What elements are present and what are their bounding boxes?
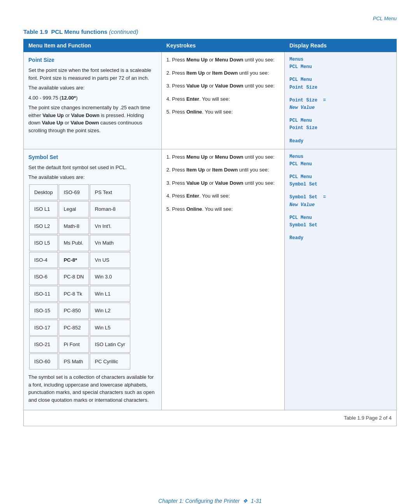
display-sym-1: MenusPCL Menu: [289, 153, 392, 168]
sym-cell: PC-8 DN: [59, 269, 89, 285]
sym-cell: ISO Latin Cyr: [90, 336, 130, 353]
sym-row-8: ISO-15 PC-850 Win L2: [29, 303, 130, 319]
display-sym-2: PCL MenuSymbol Set: [289, 173, 392, 188]
table-footer-row: Table 1.9 Page 2 of 4: [24, 410, 397, 426]
table-title: Table 1.9 PCL Menu functions (continued): [23, 28, 397, 35]
table-row: Point Size Set the point size when the f…: [24, 52, 397, 149]
ks-4: 4. Press Enter. You will see:: [166, 96, 230, 102]
table-subtitle: PCL Menu functions: [51, 28, 107, 35]
sym-row-3: ISO L2 Math-8 Vn Int'l.: [29, 218, 130, 234]
keys-col-point-size: 1. Press Menu Up or Menu Down until you …: [161, 52, 284, 149]
sym-row-7: ISO-11 PC-8 Tk Win L1: [29, 286, 130, 302]
footer-separator: ❖: [243, 498, 248, 504]
menu-col-symbol-set: Symbol Set Set the default font symbol s…: [24, 149, 162, 410]
menu-col-point-size: Point Size Set the point size when the f…: [24, 52, 162, 149]
col-header-display: Display Reads: [285, 39, 397, 52]
ks-sym-3: 3. Press Value Up or Value Down until yo…: [166, 180, 275, 186]
ks-1: 1. Press Menu Up or Menu Down until you …: [166, 57, 275, 63]
display-sym-group-2: PCL MenuSymbol Set: [289, 173, 392, 188]
display-group-1: MenusPCL Menu: [289, 56, 392, 71]
ks-group-2: 2. Press Item Up or Item Down until you …: [166, 69, 280, 77]
page-note-text: Table 1.9 Page 2 of 4: [344, 415, 392, 421]
sym-cell: Vn Int'l.: [90, 218, 130, 234]
display-col-point-size: MenusPCL Menu PCL MenuPoint Size Point S…: [285, 52, 397, 149]
sym-cell: Vn Math: [90, 235, 130, 251]
display-col-symbol-set: MenusPCL Menu PCL MenuSymbol Set Symbol …: [285, 149, 397, 410]
sym-row-5: ISO-4 PC-8* Vn US: [29, 252, 130, 268]
table-row: Symbol Set Set the default font symbol s…: [24, 149, 397, 410]
point-size-values: 4.00 - 999.75 (12.00*): [28, 94, 157, 102]
display-group-3: Point Size =New Value: [289, 97, 392, 112]
sym-cell: Roman-8: [90, 201, 130, 217]
ks-sym-group-1: 1. Press Menu Up or Menu Down until you …: [166, 153, 280, 161]
table-continued: (continued): [109, 28, 138, 35]
display-3: Point Size =New Value: [289, 97, 392, 112]
display-sym-4: PCL MenuSymbol Set: [289, 214, 392, 229]
display-2: PCL MenuPoint Size: [289, 76, 392, 91]
display-5: Ready: [289, 138, 392, 145]
ks-group-4: 4. Press Enter. You will see:: [166, 95, 280, 103]
display-group-2: PCL MenuPoint Size: [289, 76, 392, 91]
keys-col-symbol-set: 1. Press Menu Up or Menu Down until you …: [161, 149, 284, 410]
display-group-5: Ready: [289, 138, 392, 145]
sym-cell: PC-8 Tk: [59, 286, 89, 302]
ks-sym-group-2: 2. Press Item Up or Item Down until you …: [166, 166, 280, 174]
ks-sym-group-3: 3. Press Value Up or Value Down until yo…: [166, 179, 280, 187]
item-title-symbol-set: Symbol Set: [28, 153, 157, 161]
ks-5: 5. Press Online. You will see:: [166, 109, 233, 115]
ks-sym-2: 2. Press Item Up or Item Down until you …: [166, 167, 269, 173]
chapter-footer: Chapter 1: Configuring the Printer ❖ 1-3…: [23, 498, 397, 504]
display-sym-group-1: MenusPCL Menu: [289, 153, 392, 168]
display-4: PCL MenuPoint Size: [289, 117, 392, 132]
sym-cell: ISO-15: [29, 303, 58, 319]
ks-sym-group-5: 5. Press Online. You will see:: [166, 205, 280, 213]
ks-sym-1: 1. Press Menu Up or Menu Down until you …: [166, 154, 275, 160]
symbol-set-desc2: The symbol set is a collection of charac…: [28, 373, 157, 404]
sym-cell: ISO L1: [29, 201, 58, 217]
item-title-point-size: Point Size: [28, 56, 157, 64]
sym-cell: ISO-69: [59, 184, 89, 201]
page-header: PCL Menu: [23, 16, 397, 21]
table-number: Table 1.9: [23, 28, 48, 35]
symbol-set-desc1: Set the default font symbol set used in …: [28, 164, 157, 172]
footer-page: 1-31: [251, 498, 262, 504]
table-header-row: Menu Item and Function Keystrokes Displa…: [24, 39, 397, 52]
sym-cell: ISO-17: [29, 320, 58, 336]
sym-cell: Win L5: [90, 320, 130, 336]
ks-2: 2. Press Item Up or Item Down until you …: [166, 70, 269, 76]
symbol-set-available: The available values are:: [28, 173, 157, 181]
sym-row-2: ISO L1 Legal Roman-8: [29, 201, 130, 217]
ks-sym-4: 4. Press Enter. You will see:: [166, 193, 230, 199]
ks-group-5: 5. Press Online. You will see:: [166, 108, 280, 116]
sym-row-4: ISO L5 Ms Publ. Vn Math: [29, 235, 130, 251]
sym-cell: Legal: [59, 201, 89, 217]
sym-cell: ISO-6: [29, 269, 58, 285]
sym-cell: ISO-60: [29, 354, 58, 370]
sym-row-11: ISO-60 PS Math PC Cyrillic: [29, 354, 130, 370]
display-sym-5: Ready: [289, 234, 392, 242]
sym-row-9: ISO-17 PC-852 Win L5: [29, 320, 130, 336]
point-size-desc3: The point size changes incrementally by …: [28, 104, 157, 134]
sym-cell: Math-8: [59, 218, 89, 234]
sym-cell: Win 3.0: [90, 269, 130, 285]
sym-cell: ISO L2: [29, 218, 58, 234]
ks-sym-5: 5. Press Online. You will see:: [166, 206, 233, 212]
sym-cell: ISO-11: [29, 286, 58, 302]
symbol-values-table: Desktop ISO-69 PS Text ISO L1 Legal Roma…: [28, 184, 131, 371]
sym-cell: Win L1: [90, 286, 130, 302]
ks-sym-group-4: 4. Press Enter. You will see:: [166, 192, 280, 200]
col-header-menu: Menu Item and Function: [24, 39, 162, 52]
sym-cell: PS Math: [59, 354, 89, 370]
ks-3: 3. Press Value Up or Value Down until yo…: [166, 83, 275, 89]
table-page-note: Table 1.9 Page 2 of 4: [24, 410, 397, 426]
sym-cell: PC-852: [59, 320, 89, 336]
col-header-keystrokes: Keystrokes: [161, 39, 284, 52]
point-size-desc2: The available values are:: [28, 84, 157, 92]
sym-cell: ISO L5: [29, 235, 58, 251]
page-header-title: PCL Menu: [373, 16, 397, 21]
sym-cell: PC Cyrillic: [90, 354, 130, 370]
ks-group-3: 3. Press Value Up or Value Down until yo…: [166, 82, 280, 90]
sym-row-1: Desktop ISO-69 PS Text: [29, 184, 130, 201]
sym-cell: Win L2: [90, 303, 130, 319]
display-sym-group-4: PCL MenuSymbol Set: [289, 214, 392, 229]
